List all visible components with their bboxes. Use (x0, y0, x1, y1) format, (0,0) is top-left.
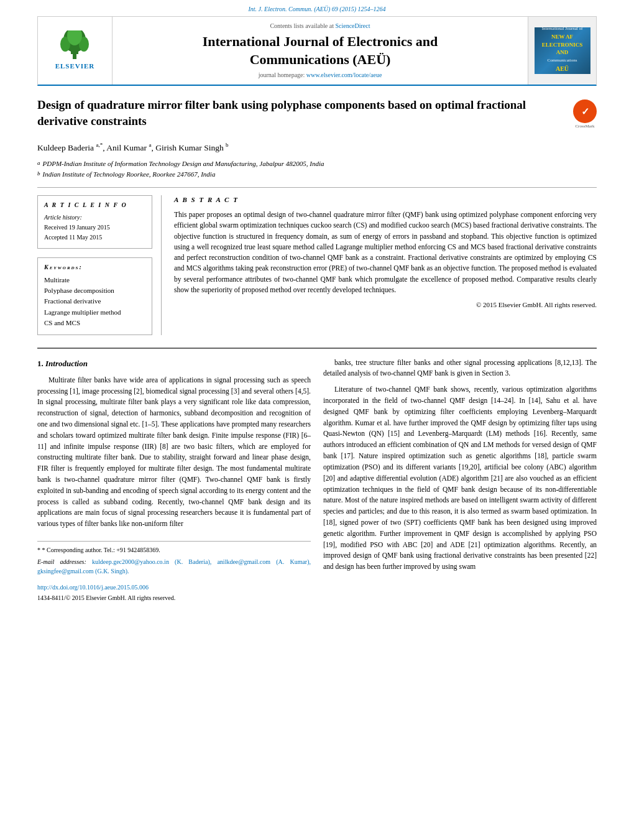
svg-text:✓: ✓ (581, 106, 589, 117)
footnote-section: * * Corresponding author. Tel.: +91 9424… (37, 541, 311, 576)
svg-rect-2 (71, 49, 78, 54)
abstract-text: This paper proposes an optimal design of… (174, 210, 597, 295)
journal-homepage: journal homepage: www.elsevier.com/locat… (259, 71, 382, 80)
authors-list: Kuldeep Baderia a,*, Anil Kumar a, Giris… (37, 141, 597, 154)
sciencedirect-label: Contents lists available at ScienceDirec… (270, 22, 370, 30)
paper-title-section: Design of quadrature mirror filter bank … (37, 97, 597, 135)
section1-right-paragraph-1: banks, tree structure filter banks and o… (323, 358, 597, 380)
elsevier-logo-container: ELSEVIER (38, 17, 113, 85)
right-column: A B S T R A C T This paper proposes an o… (174, 195, 597, 335)
elsevier-tree-icon (56, 30, 93, 60)
section1-right-paragraph-2: Literature of two-channel QMF bank shows… (323, 384, 597, 573)
abstract-title: A B S T R A C T (174, 195, 597, 205)
issn-line: 1434-8411/© 2015 Elsevier GmbH. All righ… (37, 593, 311, 603)
keywords-box: Keywords: Multirate Polyphase decomposit… (37, 257, 152, 335)
section1-paragraph-1: Multirate filter banks have wide area of… (37, 375, 311, 530)
crossmark-badge[interactable]: ✓ CrossMark (573, 99, 597, 123)
aeu-badge: NEW af Electronics and (537, 33, 588, 57)
journal-reference-line: Int. J. Electron. Commun. (AEÜ) 69 (2015… (37, 0, 597, 16)
authors-section: Kuldeep Baderia a,*, Anil Kumar a, Giris… (37, 141, 597, 154)
doi-link[interactable]: http://dx.doi.org/10.1016/j.aeue.2015.05… (37, 584, 149, 591)
copyright-line: © 2015 Elsevier GmbH. All rights reserve… (174, 300, 597, 310)
journal-title: International Journal of Electronics and… (203, 33, 438, 68)
article-history-label: Article history: (44, 213, 145, 222)
footnote-emails: E-mail addresses: kuldeep.gec2000@yahoo.… (37, 557, 311, 576)
article-info-abstract-section: A R T I C L E I N F O Article history: R… (37, 187, 597, 335)
affiliation-a: a PDPM-Indian Institute of Information T… (37, 159, 597, 168)
main-content: 1. Introduction Multirate filter banks h… (37, 348, 597, 603)
journal-header: ELSEVIER Contents lists available at Sci… (37, 16, 597, 86)
paper-title: Design of quadrature mirror filter bank … (37, 97, 567, 129)
paper-title-container: Design of quadrature mirror filter bank … (37, 97, 567, 129)
keyword-polyphase: Polyphase decomposition (44, 286, 145, 295)
accepted-date: Accepted 11 May 2015 (44, 233, 145, 242)
aeu-journal-box: International Journal of NEW af Electron… (535, 27, 590, 74)
footnote-star: * * Corresponding author. Tel.: +91 9424… (37, 545, 311, 555)
affiliation-a-text: PDPM-Indian Institute of Information Tec… (43, 159, 324, 168)
crossmark-label: CrossMark (573, 124, 597, 130)
keywords-title: Keywords: (44, 263, 145, 272)
affiliation-b-text: Indian Institute of Technology Roorkee, … (43, 170, 216, 179)
left-column: A R T I C L E I N F O Article history: R… (37, 195, 162, 335)
main-left-column: 1. Introduction Multirate filter banks h… (37, 358, 311, 603)
crossmark-icon: ✓ (573, 99, 597, 123)
main-right-column: banks, tree structure filter banks and o… (323, 358, 597, 603)
elsevier-wordmark: ELSEVIER (55, 62, 95, 71)
affiliations-section: a PDPM-Indian Institute of Information T… (37, 159, 597, 180)
aeu-logo-container: International Journal of NEW af Electron… (528, 17, 596, 85)
keyword-multirate: Multirate (44, 275, 145, 285)
sciencedirect-link[interactable]: ScienceDirect (335, 22, 370, 29)
article-info-title: A R T I C L E I N F O (44, 201, 145, 210)
keyword-cs-mcs: CS and MCS (44, 318, 145, 328)
article-info-box: A R T I C L E I N F O Article history: R… (37, 195, 152, 249)
section1-heading: 1. Introduction (37, 358, 311, 370)
doi-line: http://dx.doi.org/10.1016/j.aeue.2015.05… (37, 583, 311, 593)
keyword-lagrange: Lagrange multiplier method (44, 308, 145, 317)
affiliation-b: b Indian Institute of Technology Roorkee… (37, 170, 597, 179)
journal-title-block: Contents lists available at ScienceDirec… (113, 17, 528, 85)
homepage-link[interactable]: www.elsevier.com/locate/aeue (306, 72, 382, 78)
received-date: Received 19 January 2015 (44, 223, 145, 232)
keyword-fractional: Fractional derivative (44, 297, 145, 306)
